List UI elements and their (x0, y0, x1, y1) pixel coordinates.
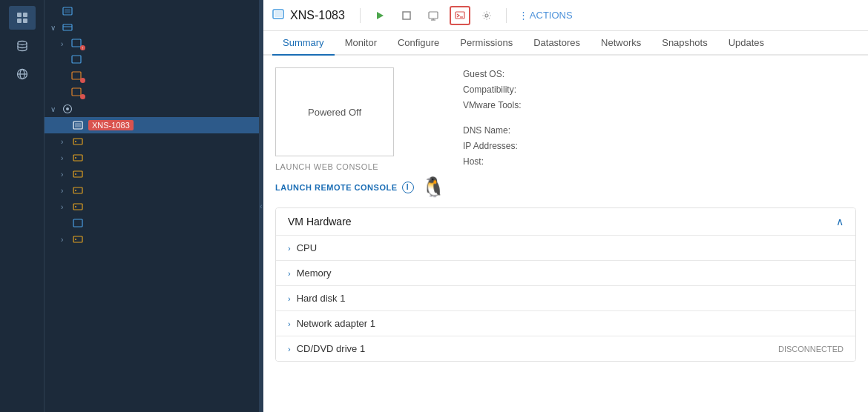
tree-icon-s5 (71, 201, 85, 213)
suspend-button[interactable] (396, 6, 417, 25)
tree-item-s4[interactable]: › (45, 182, 259, 199)
hw-network-expand-icon: › (288, 319, 291, 328)
tab-updates[interactable]: Updates (718, 31, 775, 56)
hw-item-cddvd[interactable]: › CD/DVD drive 1 DISCONNECTED (276, 336, 855, 361)
tree-item-s2[interactable]: › (45, 150, 259, 166)
svg-point-27 (75, 190, 76, 191)
vm-info-section: Guest OS: Compatibility: VMware Tools: D… (463, 67, 856, 199)
tree-item-root[interactable]: ∨ (45, 19, 259, 36)
hw-cpu-label: CPU (297, 242, 317, 253)
hw-item-harddisk[interactable]: › Hard disk 1 (276, 285, 855, 310)
summary-top-section: Powered Off LAUNCH WEB CONSOLE LAUNCH RE… (275, 67, 856, 199)
hw-item-cpu[interactable]: › CPU (276, 235, 855, 260)
console-links: LAUNCH WEB CONSOLE LAUNCH REMOTE CONSOLE… (275, 162, 445, 199)
launch-remote-console-link[interactable]: LAUNCH REMOTE CONSOLE i 🐧 (275, 176, 445, 199)
vmware-tools-row: VMware Tools: (463, 99, 856, 113)
tab-datastores[interactable]: Datastores (523, 31, 591, 56)
tree-icon-s1 (71, 136, 85, 147)
sidebar-icon-bar (0, 0, 45, 412)
svg-point-32 (75, 239, 76, 240)
compatibility-row: Compatibility: (463, 83, 856, 97)
tree-icon-cluster (61, 21, 74, 33)
svg-rect-2 (17, 19, 22, 23)
hw-harddisk-expand-icon: › (288, 294, 291, 303)
tab-summary[interactable]: Summary (272, 31, 335, 56)
vm-hardware-title: VM Hardware (288, 216, 352, 227)
actions-label: ACTIONS (530, 10, 573, 21)
tree-item-s7[interactable]: › (45, 231, 259, 247)
launch-web-console-link[interactable]: LAUNCH WEB CONSOLE (275, 162, 445, 171)
header-vm-icon (272, 8, 284, 22)
svg-rect-36 (403, 12, 410, 19)
power-on-button[interactable] (369, 6, 390, 25)
tree-item-xns1083[interactable]: XNS-1083 (45, 117, 259, 133)
remote-console-info-icon[interactable]: i (402, 182, 414, 193)
hw-item-network-adapter[interactable]: › Network adapter 1 (276, 310, 855, 336)
sidebar-icon-globe[interactable] (9, 62, 36, 86)
tree-item-s6[interactable] (45, 215, 259, 231)
svg-point-25 (75, 173, 76, 175)
tree-item-vm-2[interactable] (45, 52, 259, 68)
svg-rect-0 (17, 13, 22, 17)
hw-item-memory[interactable]: › Memory (276, 260, 855, 285)
svg-rect-15 (72, 88, 81, 96)
tree-item-cluster2[interactable]: ∨ (45, 101, 259, 117)
ip-addresses-row: IP Addresses: (463, 139, 856, 153)
tree-item-vm-1[interactable]: › ! (45, 36, 259, 52)
hw-cddvd-label: CD/DVD drive 1 (297, 343, 365, 354)
tree-icon-wrap-4 (71, 87, 85, 99)
xns1083-label: XNS-1083 (88, 120, 134, 130)
ip-addresses-label: IP Addresses: (463, 139, 537, 153)
vm-hardware-header[interactable]: VM Hardware ∧ (276, 208, 855, 235)
tab-networks[interactable]: Networks (591, 31, 651, 56)
tab-snapshots[interactable]: Snapshots (651, 31, 717, 56)
svg-rect-26 (73, 187, 82, 193)
svg-point-17 (66, 107, 69, 110)
svg-rect-30 (73, 219, 82, 227)
tab-permissions[interactable]: Permissions (450, 31, 523, 56)
hw-cddvd-value: DISCONNECTED (778, 345, 844, 353)
svg-point-4 (18, 41, 27, 45)
remote-console-button[interactable] (450, 6, 470, 25)
tree-icon-wrap-1: ! (71, 38, 85, 50)
actions-dots-icon: ⋮ (519, 10, 528, 21)
svg-rect-1 (23, 13, 27, 17)
tree-item-vm-3[interactable] (45, 68, 259, 84)
tree-icon-s3 (71, 168, 85, 180)
tree-expand-root[interactable]: ∨ (50, 24, 61, 32)
svg-rect-20 (73, 139, 82, 144)
tab-monitor[interactable]: Monitor (335, 31, 387, 56)
tree-item-s3[interactable]: › (45, 166, 259, 182)
tree-item-vm-4[interactable] (45, 84, 259, 101)
svg-rect-12 (72, 39, 81, 47)
tree-icon-s6 (71, 217, 85, 229)
tree-item-s1[interactable]: › (45, 133, 259, 150)
main-content: XNS-1083 ⋮ ACTIONS (263, 0, 868, 412)
console-section: Powered Off LAUNCH WEB CONSOLE LAUNCH RE… (275, 67, 445, 199)
console-button[interactable] (423, 6, 444, 25)
svg-marker-35 (377, 12, 384, 19)
sidebar-icon-home[interactable] (9, 6, 36, 30)
hw-cddvd-expand-icon: › (288, 345, 291, 353)
tree-item-top[interactable] (45, 3, 259, 19)
svg-rect-19 (75, 123, 81, 127)
guest-os-label: Guest OS: (463, 67, 537, 82)
settings-button[interactable] (476, 6, 497, 25)
svg-rect-9 (65, 9, 70, 13)
vm-hardware-chevron-icon: ∧ (836, 216, 844, 227)
hw-cpu-expand-icon: › (288, 244, 291, 253)
svg-rect-13 (72, 56, 81, 63)
console-preview-box[interactable]: Powered Off (275, 67, 394, 156)
tree-icon-cluster2 (61, 103, 74, 115)
tree-item-s5[interactable]: › (45, 199, 259, 215)
powered-off-label: Powered Off (308, 107, 361, 118)
vm-hardware-section: VM Hardware ∧ › CPU › Memory › Hard disk… (275, 207, 856, 362)
tab-configure[interactable]: Configure (387, 31, 450, 56)
svg-rect-31 (73, 236, 82, 242)
sidebar-icon-db[interactable] (9, 34, 36, 58)
tree-icon-xns1083 (71, 119, 85, 131)
sidebar: ∨ › ! (0, 0, 263, 412)
actions-menu[interactable]: ⋮ ACTIONS (519, 10, 573, 21)
svg-rect-14 (72, 72, 81, 79)
linux-icon: 🐧 (421, 176, 446, 199)
